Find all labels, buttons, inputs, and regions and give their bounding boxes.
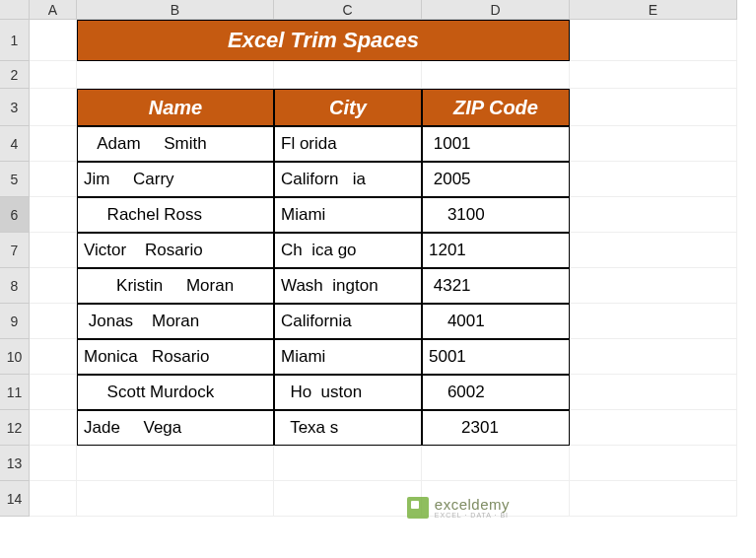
city-cell[interactable]: California (274, 304, 422, 339)
zip-cell[interactable]: 4001 (422, 304, 570, 339)
header-name[interactable]: Name (77, 89, 274, 126)
zip-cell[interactable]: 2301 (422, 410, 570, 446)
cell-A8[interactable] (30, 268, 77, 304)
cell-D13[interactable] (422, 446, 570, 481)
row-header-4[interactable]: 4 (0, 126, 30, 162)
zip-cell[interactable]: 1001 (422, 126, 570, 162)
city-cell[interactable]: Ho uston (274, 375, 422, 410)
cell-B2[interactable] (77, 61, 274, 89)
city-cell[interactable]: Californ ia (274, 162, 422, 197)
col-header-A[interactable]: A (30, 0, 77, 20)
zip-cell[interactable]: 4321 (422, 268, 570, 304)
cell-E10[interactable] (570, 339, 737, 375)
cell-A11[interactable] (30, 375, 77, 410)
city-cell[interactable]: Ch ica go (274, 233, 422, 268)
row-header-2[interactable]: 2 (0, 61, 30, 89)
row-header-12[interactable]: 12 (0, 410, 30, 446)
zip-cell[interactable]: 1201 (422, 233, 570, 268)
row-header-3[interactable]: 3 (0, 89, 30, 126)
cell-A6[interactable] (30, 197, 77, 233)
row-header-13[interactable]: 13 (0, 446, 30, 481)
row-header-8[interactable]: 8 (0, 268, 30, 304)
zip-cell[interactable]: 5001 (422, 339, 570, 375)
row-header-7[interactable]: 7 (0, 233, 30, 268)
col-header-B[interactable]: B (77, 0, 274, 20)
zip-cell[interactable]: 6002 (422, 375, 570, 410)
col-header-E[interactable]: E (570, 0, 737, 20)
cell-B13[interactable] (77, 446, 274, 481)
cell-A7[interactable] (30, 233, 77, 268)
row-header-6[interactable]: 6 (0, 197, 30, 233)
city-cell[interactable]: Miami (274, 197, 422, 233)
city-cell[interactable]: Texa s (274, 410, 422, 446)
name-cell[interactable]: Rachel Ross (77, 197, 274, 233)
select-all-corner[interactable] (0, 0, 30, 20)
cell-E14[interactable] (570, 481, 737, 517)
cell-E4[interactable] (570, 126, 737, 162)
title-cell[interactable]: Excel Trim Spaces (77, 20, 570, 61)
cell-E8[interactable] (570, 268, 737, 304)
cell-A5[interactable] (30, 162, 77, 197)
cell-E5[interactable] (570, 162, 737, 197)
cell-E1[interactable] (570, 20, 737, 61)
cell-A9[interactable] (30, 304, 77, 339)
cell-E11[interactable] (570, 375, 737, 410)
city-cell[interactable]: Fl orida (274, 126, 422, 162)
row-header-5[interactable]: 5 (0, 162, 30, 197)
name-cell[interactable]: Monica Rosario (77, 339, 274, 375)
cell-A2[interactable] (30, 61, 77, 89)
cell-A3[interactable] (30, 89, 77, 126)
row-header-14[interactable]: 14 (0, 481, 30, 517)
cell-E7[interactable] (570, 233, 737, 268)
name-cell[interactable]: Scott Murdock (77, 375, 274, 410)
cell-E3[interactable] (570, 89, 737, 126)
watermark-name: exceldemy (435, 497, 510, 512)
cell-A10[interactable] (30, 339, 77, 375)
cell-E12[interactable] (570, 410, 737, 446)
city-cell[interactable]: Wash ington (274, 268, 422, 304)
name-cell[interactable]: Adam Smith (77, 126, 274, 162)
row-header-9[interactable]: 9 (0, 304, 30, 339)
spreadsheet-grid: A B C D E 1 Excel Trim Spaces 2 3 Name C… (0, 0, 756, 517)
watermark-sub: EXCEL · DATA · BI (435, 512, 510, 519)
header-zip[interactable]: ZIP Code (422, 89, 570, 126)
cell-A14[interactable] (30, 481, 77, 517)
cell-C13[interactable] (274, 446, 422, 481)
header-city[interactable]: City (274, 89, 422, 126)
exceldemy-logo-icon (407, 497, 429, 519)
cell-E6[interactable] (570, 197, 737, 233)
name-cell[interactable]: Jonas Moran (77, 304, 274, 339)
cell-D2[interactable] (422, 61, 570, 89)
cell-E2[interactable] (570, 61, 737, 89)
watermark: exceldemy EXCEL · DATA · BI (407, 497, 510, 519)
name-cell[interactable]: Jim Carry (77, 162, 274, 197)
row-header-10[interactable]: 10 (0, 339, 30, 375)
cell-E13[interactable] (570, 446, 737, 481)
row-header-11[interactable]: 11 (0, 375, 30, 410)
row-header-1[interactable]: 1 (0, 20, 30, 61)
col-header-C[interactable]: C (274, 0, 422, 20)
watermark-text: exceldemy EXCEL · DATA · BI (435, 497, 510, 519)
cell-A4[interactable] (30, 126, 77, 162)
city-cell[interactable]: Miami (274, 339, 422, 375)
cell-B14[interactable] (77, 481, 274, 517)
name-cell[interactable]: Kristin Moran (77, 268, 274, 304)
name-cell[interactable]: Jade Vega (77, 410, 274, 446)
cell-C14[interactable] (274, 481, 422, 517)
name-cell[interactable]: Victor Rosario (77, 233, 274, 268)
cell-E9[interactable] (570, 304, 737, 339)
zip-cell[interactable]: 2005 (422, 162, 570, 197)
zip-cell[interactable]: 3100 (422, 197, 570, 233)
cell-C2[interactable] (274, 61, 422, 89)
cell-A13[interactable] (30, 446, 77, 481)
col-header-D[interactable]: D (422, 0, 570, 20)
cell-A12[interactable] (30, 410, 77, 446)
cell-A1[interactable] (30, 20, 77, 61)
